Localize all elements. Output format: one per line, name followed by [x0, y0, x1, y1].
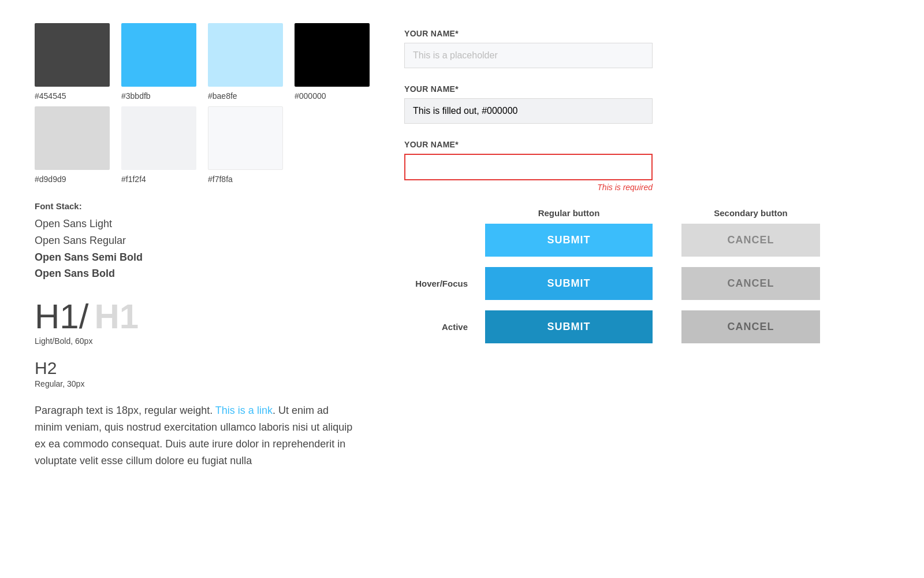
h2-demo: H2 Regular, 30px — [35, 360, 358, 388]
font-stack-section: Font Stack: Open Sans Light Open Sans Re… — [35, 201, 358, 282]
field3-input[interactable] — [404, 154, 653, 180]
swatch-group-gray: #d9d9d9 — [35, 106, 110, 184]
submit-button-normal[interactable]: SUBMIT — [485, 224, 653, 257]
form-field-1: YOUR NAME* — [404, 29, 889, 68]
cancel-button-hover[interactable]: CANCEL — [681, 267, 820, 300]
swatch-group-black: #000000 — [295, 23, 370, 101]
swatch-lightblue-label: #bae8fe — [208, 91, 237, 101]
left-panel: #454545 #3bbdfb #bae8fe #000000 #d9d9d9 — [35, 23, 358, 555]
swatch-group-offwhite: #f7f8fa — [208, 106, 283, 184]
heading-demo: H1/ H1 Light/Bold, 60px H2 Regular, 30px — [35, 299, 358, 388]
font-semibold-label: Open Sans Semi Bold — [35, 249, 358, 266]
swatch-dark — [35, 23, 110, 87]
swatch-lightgray-label: #f1f2f4 — [121, 175, 146, 184]
font-stack-title: Font Stack: — [35, 201, 358, 211]
paragraph-demo: Paragraph text is 18px, regular weight. … — [35, 402, 358, 469]
h1-demo: H1/ H1 — [35, 299, 358, 334]
swatch-offwhite — [208, 106, 283, 170]
primary-button-header: Regular button — [485, 208, 653, 218]
form-field-3: YOUR NAME* This is required — [404, 140, 889, 192]
field2-label: YOUR NAME* — [404, 84, 889, 94]
swatch-offwhite-label: #f7f8fa — [208, 175, 233, 184]
paragraph-text: Paragraph text is 18px, regular weight. … — [35, 402, 358, 469]
para-before-link: Paragraph text is 18px, regular weight. — [35, 405, 215, 416]
font-light-label: Open Sans Light — [35, 216, 358, 232]
swatch-black — [295, 23, 370, 87]
swatch-blue — [121, 23, 196, 87]
button-row-hover-label: Hover/Focus — [404, 279, 485, 288]
swatch-group-blue: #3bbdfb — [121, 23, 196, 101]
form-field-2: YOUR NAME* — [404, 84, 889, 124]
color-row-1: #454545 #3bbdfb #bae8fe #000000 — [35, 23, 358, 101]
swatch-gray-label: #d9d9d9 — [35, 175, 66, 184]
secondary-button-header: Secondary button — [681, 208, 820, 218]
right-panel: YOUR NAME* YOUR NAME* YOUR NAME* This is… — [404, 23, 889, 555]
button-row-active: Active SUBMIT CANCEL — [404, 310, 889, 343]
submit-button-active[interactable]: SUBMIT — [485, 310, 653, 343]
swatch-group-dark: #454545 — [35, 23, 110, 101]
button-header-row: Regular button Secondary button — [404, 208, 889, 218]
swatch-lightgray — [121, 106, 196, 170]
h2-sub: Regular, 30px — [35, 379, 358, 388]
color-row-2: #d9d9d9 #f1f2f4 #f7f8fa — [35, 106, 358, 184]
cancel-button-normal[interactable]: CANCEL — [681, 224, 820, 257]
swatch-black-label: #000000 — [295, 91, 326, 101]
button-row-active-label: Active — [404, 322, 485, 332]
para-link[interactable]: This is a link — [215, 405, 273, 416]
h1-sub: Light/Bold, 60px — [35, 336, 358, 346]
h1-bold: H1 — [94, 299, 139, 334]
font-bold-label: Open Sans Bold — [35, 265, 358, 282]
swatch-blue-label: #3bbdfb — [121, 91, 151, 101]
field1-input[interactable] — [404, 43, 653, 68]
h1-light: H1/ — [35, 299, 88, 334]
field1-label: YOUR NAME* — [404, 29, 889, 38]
swatch-dark-label: #454545 — [35, 91, 66, 101]
swatch-gray — [35, 106, 110, 170]
swatch-group-lightgray: #f1f2f4 — [121, 106, 196, 184]
field2-input[interactable] — [404, 98, 653, 124]
field3-error: This is required — [404, 183, 653, 192]
h2-text: H2 — [35, 360, 358, 377]
button-row-normal: SUBMIT CANCEL — [404, 224, 889, 257]
cancel-button-active[interactable]: CANCEL — [681, 310, 820, 343]
font-regular-label: Open Sans Regular — [35, 232, 358, 249]
page: #454545 #3bbdfb #bae8fe #000000 #d9d9d9 — [0, 0, 924, 578]
buttons-section: Regular button Secondary button SUBMIT C… — [404, 208, 889, 343]
swatch-lightblue — [208, 23, 283, 87]
button-row-hover: Hover/Focus SUBMIT CANCEL — [404, 267, 889, 300]
field3-label: YOUR NAME* — [404, 140, 889, 149]
submit-button-hover[interactable]: SUBMIT — [485, 267, 653, 300]
swatch-group-lightblue: #bae8fe — [208, 23, 283, 101]
